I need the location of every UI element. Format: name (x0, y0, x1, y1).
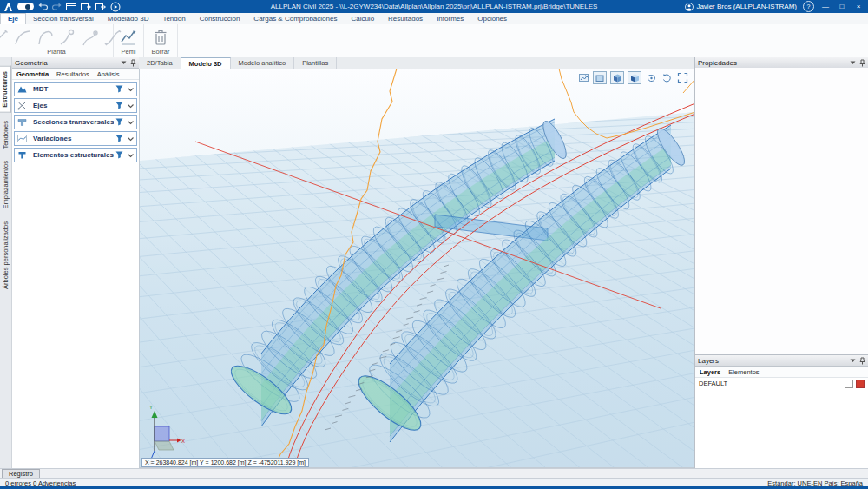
geometry-tree: MDT Ejes Secciones transversales Variaci… (12, 80, 139, 468)
menu-tab-informes[interactable]: Informes (430, 14, 470, 24)
user-account[interactable]: Javier Bros (ALLPLAN-ISTRAM) (685, 3, 797, 11)
layers-panel-header: Layers (695, 355, 868, 367)
ribbon-group-borrar: Borrar (144, 24, 178, 57)
3d-scene[interactable]: YZX (140, 69, 694, 468)
top-view-icon[interactable] (593, 71, 607, 84)
layers-panel: Layers Layers Elementos DEFAULT (695, 354, 868, 468)
chevron-down-icon[interactable] (125, 86, 136, 93)
properties-panel-title: Propiedades (698, 59, 737, 67)
tree-item-elementos-estructurales[interactable]: Elementos estructurales (14, 148, 137, 162)
menu-tab-resultados[interactable]: Resultados (381, 14, 430, 24)
user-icon (685, 3, 694, 11)
help-button[interactable]: ? (803, 1, 814, 12)
ribbon-group-perfil: Perfil (114, 24, 144, 57)
undo-icon[interactable] (38, 3, 48, 11)
tab-analisis[interactable]: Análisis (97, 70, 120, 78)
chevron-down-icon[interactable] (125, 119, 136, 126)
toggle-switch[interactable] (17, 3, 34, 10)
vtab-tendones[interactable]: Tendones (1, 116, 11, 154)
arc-tool-icon[interactable] (12, 27, 33, 48)
panel-collapse-icon[interactable] (850, 60, 856, 65)
tree-item-variaciones[interactable]: Variaciones (14, 131, 137, 146)
panel-pin-icon[interactable] (859, 357, 865, 365)
menu-tab-opciones[interactable]: Opciones (470, 14, 514, 24)
menu-tab-cargas[interactable]: Cargas & Comprobaciones (247, 14, 344, 24)
iso-view-icon[interactable] (610, 71, 624, 84)
close-button[interactable]: × (853, 2, 864, 11)
compound-curve-tool-icon[interactable] (80, 27, 101, 48)
filter-funnel-icon[interactable] (114, 151, 125, 159)
redo-icon[interactable] (52, 3, 62, 11)
panel-pin-icon[interactable] (859, 59, 865, 67)
vtab-emplazamientos[interactable]: Emplazamientos (1, 156, 11, 213)
rotate-view-icon[interactable] (661, 72, 673, 83)
tab-modelo-analitico[interactable]: Modelo analítico (231, 57, 295, 69)
vtab-estructuras[interactable]: Estructuras (0, 66, 11, 113)
right-panel: Propiedades Layers Layers Elementos DEFA… (694, 57, 868, 468)
svg-text:X: X (181, 439, 185, 444)
face-view-icon[interactable] (628, 71, 641, 84)
minimize-button[interactable]: — (820, 2, 831, 11)
3d-canvas[interactable]: YZX X = 263840.824 [m] Y (139, 69, 694, 468)
view-thumbnail-icon[interactable] (577, 72, 589, 83)
tree-item-ejes[interactable]: Ejes (14, 98, 137, 113)
orbit-icon[interactable] (645, 72, 657, 83)
ribbon: Planta Perfil Borrar (0, 24, 868, 58)
menu-tab-construccion[interactable]: Construcción (193, 14, 247, 24)
window-export2-icon[interactable] (95, 3, 106, 11)
fullscreen-icon[interactable] (676, 72, 688, 83)
restore-button[interactable]: □ (837, 2, 847, 11)
filter-funnel-icon[interactable] (114, 102, 125, 109)
ribbon-group-label-perfil: Perfil (121, 48, 135, 57)
menu-tab-eje[interactable]: Eje (0, 13, 26, 25)
left-sidebar: Estructuras Tendones Emplazamientos Árbo… (0, 57, 139, 468)
menu-tab-tendon[interactable]: Tendón (155, 14, 192, 24)
menu-tab-calculo[interactable]: Cálculo (344, 14, 381, 24)
line-tool-icon[interactable] (0, 27, 10, 48)
panel-collapse-icon[interactable] (850, 358, 856, 363)
properties-panel-body (695, 68, 868, 354)
layer-row-default[interactable]: DEFAULT (695, 378, 868, 389)
window-layout-icon[interactable] (66, 3, 76, 11)
chevron-down-icon[interactable] (125, 152, 136, 159)
menu-tab-modelado-3d[interactable]: Modelado 3D (101, 14, 156, 24)
filter-funnel-icon[interactable] (114, 118, 125, 126)
tab-modelo-3d[interactable]: Modelo 3D (181, 57, 231, 69)
window-export-icon[interactable] (81, 3, 91, 11)
axes-icon (15, 99, 30, 112)
layer-color-swatch[interactable] (856, 380, 865, 388)
svg-text:Y: Y (149, 405, 153, 410)
chevron-down-icon[interactable] (125, 102, 136, 109)
ribbon-group-label-borrar: Borrar (152, 48, 170, 57)
geometry-panel-header: Geometría (12, 57, 139, 69)
layer-fill-swatch[interactable] (845, 380, 853, 388)
cross-section-icon (15, 116, 30, 129)
tab-resultados[interactable]: Resultados (56, 70, 89, 78)
ribbon-group-label-planta: Planta (47, 48, 65, 57)
chevron-down-icon[interactable] (125, 135, 136, 142)
filter-funnel-icon[interactable] (114, 135, 125, 142)
mdt-icon (15, 83, 30, 96)
spiral-tool-icon[interactable] (57, 27, 78, 48)
perfil-icon[interactable] (118, 27, 139, 48)
curve-tool-icon[interactable] (35, 27, 56, 48)
tree-item-secciones-transversales[interactable]: Secciones transversales (14, 115, 137, 129)
menu-tab-seccion-transversal[interactable]: Sección transversal (26, 14, 101, 24)
tab-geometria[interactable]: Geometría (16, 70, 49, 78)
variations-icon (15, 132, 30, 145)
panel-collapse-icon[interactable] (121, 60, 127, 65)
trash-icon[interactable] (150, 27, 171, 48)
tab-elementos[interactable]: Elementos (728, 368, 759, 376)
geometry-panel-title: Geometría (15, 59, 48, 67)
panel-pin-icon[interactable] (130, 59, 136, 67)
play-icon[interactable] (110, 2, 121, 12)
viewport-toolbar (577, 71, 688, 84)
vtab-arboles-personalizados[interactable]: Árboles personalizados (1, 217, 11, 294)
tab-plantillas[interactable]: Plantillas (294, 57, 337, 69)
filter-funnel-icon[interactable] (114, 85, 125, 93)
allplan-logo-icon (3, 2, 13, 12)
geometry-panel: Geometría Geometría Resultados Análisis … (12, 57, 140, 468)
tab-layers[interactable]: Layers (700, 368, 720, 376)
tab-2d-tabla[interactable]: 2D/Tabla (139, 57, 181, 69)
tree-item-mdt[interactable]: MDT (14, 82, 137, 96)
